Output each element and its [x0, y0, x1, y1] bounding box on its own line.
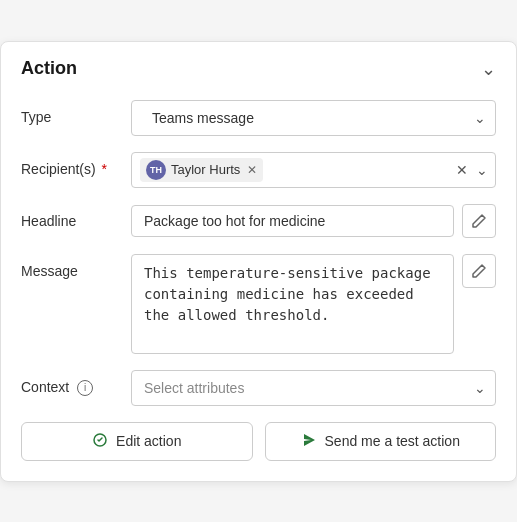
- recipient-name: Taylor Hurts: [171, 162, 240, 177]
- recipients-actions: ✕ ⌄: [456, 162, 488, 178]
- test-action-icon: [301, 432, 317, 451]
- type-row: Type T Teams message ⌄: [21, 100, 496, 136]
- clear-recipients-button[interactable]: ✕: [456, 162, 468, 178]
- headline-input[interactable]: [131, 205, 454, 237]
- edit-action-icon: [92, 432, 108, 451]
- context-row: Context i Select attributes ⌄: [21, 370, 496, 406]
- panel-header: Action ⌄: [21, 58, 496, 80]
- recipients-input[interactable]: TH Taylor Hurts ✕: [131, 152, 496, 188]
- type-select[interactable]: T Teams message: [131, 100, 496, 136]
- context-select-wrapper: Select attributes ⌄: [131, 370, 496, 406]
- message-row: Message This temperature-sensitive packa…: [21, 254, 496, 354]
- test-action-label: Send me a test action: [325, 433, 460, 449]
- context-label: Context i: [21, 370, 131, 396]
- edit-action-button[interactable]: Edit action: [21, 422, 253, 461]
- message-edit-button[interactable]: [462, 254, 496, 288]
- message-label: Message: [21, 254, 131, 279]
- message-input-group: This temperature-sensitive package conta…: [131, 254, 496, 354]
- message-field: This temperature-sensitive package conta…: [131, 254, 496, 354]
- footer-buttons: Edit action Send me a test action: [21, 422, 496, 461]
- required-indicator: *: [98, 161, 107, 177]
- recipients-label: Recipient(s) *: [21, 152, 131, 177]
- type-value: Teams message: [152, 110, 254, 126]
- headline-field: [131, 204, 496, 238]
- recipient-remove-button[interactable]: ✕: [247, 163, 257, 177]
- recipients-row: Recipient(s) * TH Taylor Hurts ✕ ✕ ⌄: [21, 152, 496, 188]
- headline-edit-button[interactable]: [462, 204, 496, 238]
- headline-label: Headline: [21, 204, 131, 229]
- panel-title: Action: [21, 58, 77, 79]
- collapse-button[interactable]: ⌄: [481, 58, 496, 80]
- recipient-avatar: TH: [146, 160, 166, 180]
- action-panel: Action ⌄ Type T Teams message ⌄: [0, 41, 517, 482]
- context-placeholder: Select attributes: [144, 380, 244, 396]
- type-select-wrapper: T Teams message ⌄: [131, 100, 496, 136]
- context-select[interactable]: Select attributes: [131, 370, 496, 406]
- type-label: Type: [21, 100, 131, 125]
- context-info-icon[interactable]: i: [77, 380, 93, 396]
- edit-action-label: Edit action: [116, 433, 181, 449]
- context-field: Select attributes ⌄: [131, 370, 496, 406]
- test-action-button[interactable]: Send me a test action: [265, 422, 497, 461]
- recipients-field: TH Taylor Hurts ✕ ✕ ⌄: [131, 152, 496, 188]
- headline-input-group: [131, 204, 496, 238]
- headline-row: Headline: [21, 204, 496, 238]
- recipient-tag: TH Taylor Hurts ✕: [140, 158, 263, 182]
- recipients-dropdown-icon[interactable]: ⌄: [476, 162, 488, 178]
- message-input[interactable]: This temperature-sensitive package conta…: [131, 254, 454, 354]
- type-field: T Teams message ⌄: [131, 100, 496, 136]
